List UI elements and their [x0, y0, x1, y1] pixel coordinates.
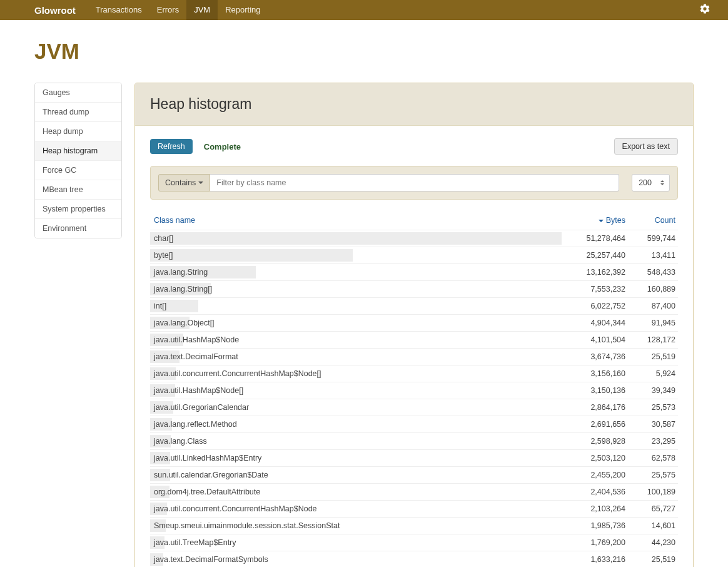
cell-class-name: java.text.DecimalFormatSymbols [153, 555, 557, 564]
table-row: java.util.HashMap$Node[]3,150,13639,349 [150, 382, 678, 399]
cell-class-name: int[] [153, 302, 557, 310]
cell-bytes: 51,278,464 [557, 234, 625, 243]
cell-class-name: org.dom4j.tree.DefaultAttribute [153, 488, 557, 496]
export-button[interactable]: Export as text [614, 138, 678, 155]
sidebar-item-force-gc[interactable]: Force GC [35, 161, 121, 180]
cell-class-name: java.util.concurrent.ConcurrentHashMap$N… [153, 369, 557, 378]
cell-count: 25,575 [625, 471, 675, 479]
cell-bytes: 1,633,216 [557, 555, 625, 564]
sidebar-item-gauges[interactable]: Gauges [35, 83, 121, 103]
table-row: byte[]25,257,44013,411 [150, 247, 678, 263]
cell-count: 87,400 [625, 302, 675, 310]
table-row: java.lang.reflect.Method2,691,65630,587 [150, 416, 678, 432]
col-header-bytes[interactable]: Bytes [557, 216, 625, 225]
cell-bytes: 2,503,120 [557, 454, 625, 462]
nav-item-transactions[interactable]: Transactions [88, 0, 149, 20]
cell-class-name: Smeup.smeui.uimainmodule.session.stat.Se… [153, 521, 557, 530]
cell-bytes: 1,769,200 [557, 538, 625, 547]
cell-class-name: java.lang.Class [153, 437, 557, 446]
col-header-class-name[interactable]: Class name [153, 216, 557, 225]
cell-class-name: java.lang.String [153, 268, 557, 277]
cell-class-name: java.lang.Object[] [153, 319, 557, 327]
cell-count: 91,945 [625, 319, 675, 327]
table-row: sun.util.calendar.Gregorian$Date2,455,20… [150, 466, 678, 483]
table-row: java.text.DecimalFormat3,674,73625,519 [150, 348, 678, 365]
cell-count: 39,349 [625, 386, 675, 395]
sidebar-item-heap-histogram[interactable]: Heap histogram [35, 141, 121, 161]
nav-item-reporting[interactable]: Reporting [218, 0, 268, 20]
filter-input[interactable] [210, 174, 619, 192]
cell-count: 14,601 [625, 521, 675, 530]
cell-bytes: 6,022,752 [557, 302, 625, 310]
cell-bytes: 2,103,264 [557, 504, 625, 513]
cell-class-name: java.text.DecimalFormat [153, 352, 557, 361]
nav-item-jvm[interactable]: JVM [186, 0, 218, 20]
cell-count: 13,411 [625, 251, 675, 260]
cell-class-name: sun.util.calendar.Gregorian$Date [153, 471, 557, 479]
table-row: java.util.HashMap$Node4,101,504128,172 [150, 331, 678, 348]
cell-class-name: byte[] [153, 251, 557, 260]
cell-count: 100,189 [625, 488, 675, 496]
cell-count: 25,573 [625, 403, 675, 412]
cell-bytes: 2,864,176 [557, 403, 625, 412]
settings-gear-icon[interactable] [694, 3, 715, 17]
sidebar: GaugesThread dumpHeap dumpHeap histogram… [34, 83, 122, 238]
sidebar-item-thread-dump[interactable]: Thread dump [35, 103, 121, 122]
table-row: java.lang.Class2,598,92823,295 [150, 432, 678, 449]
cell-class-name: java.lang.String[] [153, 285, 557, 294]
table-row: org.dom4j.tree.DefaultAttribute2,404,536… [150, 483, 678, 500]
cell-bytes: 2,691,656 [557, 420, 625, 429]
filter-mode-dropdown[interactable]: Contains [158, 174, 210, 192]
cell-count: 5,924 [625, 369, 675, 378]
cell-bytes: 4,101,504 [557, 335, 625, 344]
nav-item-errors[interactable]: Errors [149, 0, 186, 20]
heap-table: Class name Bytes Count char[]51,278,4645… [150, 210, 678, 567]
cell-bytes: 3,674,736 [557, 352, 625, 361]
table-row: Smeup.smeui.uimainmodule.session.stat.Se… [150, 517, 678, 534]
cell-bytes: 13,162,392 [557, 268, 625, 277]
sidebar-item-mbean-tree[interactable]: MBean tree [35, 180, 121, 200]
sidebar-item-environment[interactable]: Environment [35, 219, 121, 238]
table-row: java.util.LinkedHashMap$Entry2,503,12062… [150, 449, 678, 466]
table-row: char[]51,278,464599,744 [150, 230, 678, 247]
cell-bytes: 2,404,536 [557, 488, 625, 496]
sidebar-item-system-properties[interactable]: System properties [35, 200, 121, 219]
table-header: Class name Bytes Count [150, 210, 678, 230]
cell-count: 25,519 [625, 352, 675, 361]
table-row: java.util.concurrent.ConcurrentHashMap$N… [150, 500, 678, 517]
table-row: java.lang.Object[]4,904,34491,945 [150, 314, 678, 331]
cell-class-name: java.util.LinkedHashMap$Entry [153, 454, 557, 462]
cell-class-name: java.util.TreeMap$Entry [153, 538, 557, 547]
cell-bytes: 2,598,928 [557, 437, 625, 446]
cell-class-name: java.util.concurrent.ConcurrentHashMap$N… [153, 504, 557, 513]
cell-count: 44,230 [625, 538, 675, 547]
navbar: Glowroot TransactionsErrorsJVMReporting [0, 0, 728, 20]
table-row: java.text.DecimalFormatSymbols1,633,2162… [150, 551, 678, 567]
cell-count: 599,744 [625, 234, 675, 243]
cell-count: 160,889 [625, 285, 675, 294]
table-row: java.util.TreeMap$Entry1,769,20044,230 [150, 534, 678, 551]
main-panel: Heap histogram Refresh Complete Export a… [134, 83, 694, 567]
filter-bar: Contains 200 [150, 166, 678, 200]
panel-header: Heap histogram [135, 83, 693, 126]
table-row: java.util.concurrent.ConcurrentHashMap$N… [150, 365, 678, 382]
cell-class-name: char[] [153, 234, 557, 243]
cell-class-name: java.util.HashMap$Node[] [153, 386, 557, 395]
cell-bytes: 4,904,344 [557, 319, 625, 327]
cell-bytes: 3,150,136 [557, 386, 625, 395]
sidebar-item-heap-dump[interactable]: Heap dump [35, 122, 121, 141]
table-row: java.util.GregorianCalendar2,864,17625,5… [150, 399, 678, 416]
col-header-count[interactable]: Count [625, 216, 675, 225]
cell-bytes: 3,156,160 [557, 369, 625, 378]
limit-select[interactable]: 200 [632, 174, 670, 192]
cell-count: 65,727 [625, 504, 675, 513]
refresh-button[interactable]: Refresh [150, 139, 193, 154]
cell-class-name: java.util.GregorianCalendar [153, 403, 557, 412]
cell-count: 62,578 [625, 454, 675, 462]
cell-class-name: java.lang.reflect.Method [153, 420, 557, 429]
brand-logo: Glowroot [34, 5, 76, 16]
cell-bytes: 25,257,440 [557, 251, 625, 260]
cell-bytes: 1,985,736 [557, 521, 625, 530]
status-text: Complete [204, 142, 241, 151]
cell-class-name: java.util.HashMap$Node [153, 335, 557, 344]
